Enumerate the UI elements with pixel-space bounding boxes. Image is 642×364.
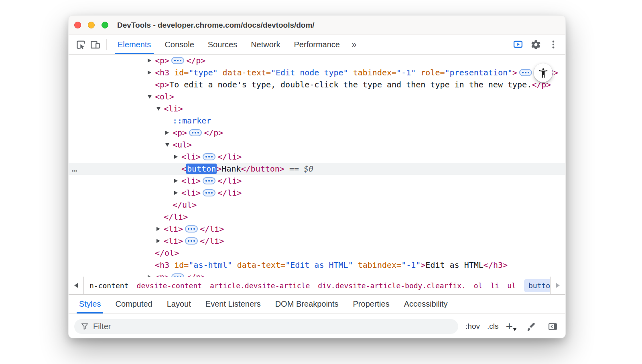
breadcrumb-item-n-content[interactable]: n-content [89, 281, 129, 290]
inline-expand-button[interactable] [171, 273, 184, 277]
settings-button[interactable] [528, 37, 543, 52]
dom-tree-row[interactable]: <p>To edit a node's type, double-click t… [69, 79, 565, 91]
expand-arrow-icon[interactable] [148, 55, 155, 67]
dom-tree-row[interactable]: <p></p> [69, 127, 565, 139]
tab-network[interactable]: Network [244, 35, 287, 54]
hov-toggle[interactable]: :hov [465, 322, 480, 331]
tab-performance[interactable]: Performance [287, 35, 347, 54]
breadcrumb-item-div-devsite-article-body-clearfix[interactable]: div.devsite-article-body.clearfix. [318, 281, 465, 290]
dom-tree-row[interactable]: </ol> [69, 247, 565, 259]
tab-layout[interactable]: Layout [160, 295, 198, 313]
arrow-triangle [165, 131, 169, 135]
device-toolbar-button[interactable] [88, 37, 102, 52]
dom-tree-row[interactable]: <li> [69, 103, 565, 115]
tab-computed[interactable]: Computed [108, 295, 159, 313]
inline-expand-button[interactable] [203, 153, 215, 160]
brush-button[interactable] [524, 319, 538, 334]
pill-dot [188, 228, 189, 230]
new-style-rule-button[interactable]: + [506, 320, 516, 332]
dom-tree-row[interactable]: <ol> [69, 91, 565, 103]
more-tabs-button[interactable]: » [347, 39, 362, 50]
expand-arrow-icon[interactable] [165, 127, 173, 139]
code-tag: </li> [164, 212, 188, 222]
tab-elements[interactable]: Elements [111, 35, 158, 54]
dom-tree-row[interactable]: ::marker [69, 115, 565, 127]
code-tag: > [512, 68, 517, 77]
inline-expand-button[interactable] [203, 189, 215, 196]
dom-tree-row[interactable]: <h3 id="as-html" data-text="Edit as HTML… [69, 259, 565, 271]
styles-filter-bar: Filter :hov .cls + [69, 314, 565, 338]
code-tag: > [217, 164, 221, 174]
breadcrumb-scroll-left-button[interactable] [69, 277, 84, 294]
code-val: "-1" [396, 68, 416, 77]
filter-placeholder: Filter [93, 322, 111, 331]
pill-dot [205, 180, 207, 182]
code-tag: <h3 [155, 260, 169, 270]
collapse-arrow-icon[interactable] [156, 103, 164, 115]
inspect-element-button[interactable] [73, 37, 88, 52]
expand-arrow-icon[interactable] [148, 67, 155, 79]
code-tag: < [181, 164, 186, 174]
breadcrumb-item-devsite-content[interactable]: devsite-content [137, 281, 202, 290]
dom-tree-row[interactable]: </li> [69, 211, 565, 223]
dom-tree-row[interactable]: <li></li> [69, 223, 565, 235]
breadcrumb-item-ul[interactable]: ul [507, 281, 516, 290]
code-tag: </ol> [155, 248, 179, 258]
breadcrumb-scroll-right-button[interactable] [550, 277, 565, 294]
dom-tree-row[interactable]: <h3 id="type" data-text="Edit node type"… [69, 67, 565, 79]
pill-dot [522, 72, 524, 73]
tab-dom-breakpoints[interactable]: DOM Breakpoints [268, 295, 346, 313]
dom-tree-row[interactable]: <p></p> [69, 271, 565, 277]
breadcrumb-item-li[interactable]: li [491, 281, 500, 290]
inline-expand-button[interactable] [185, 237, 198, 245]
styles-filter-input[interactable]: Filter [74, 319, 458, 334]
expand-arrow-icon[interactable] [156, 235, 164, 247]
screencast-button[interactable] [511, 37, 525, 52]
tab-accessibility[interactable]: Accessibility [397, 295, 455, 313]
dom-tree-row[interactable]: <li></li> [69, 235, 565, 247]
tab-styles[interactable]: Styles [72, 295, 108, 313]
inline-expand-button[interactable] [189, 129, 202, 136]
inline-expand-button[interactable] [171, 57, 184, 64]
close-window-button[interactable] [74, 22, 81, 28]
inline-expand-button[interactable] [185, 225, 198, 233]
expand-arrow-icon[interactable] [174, 151, 181, 163]
minimize-window-button[interactable] [88, 22, 95, 28]
dom-tree-row[interactable]: <li></li> [69, 151, 565, 163]
collapse-arrow-icon[interactable] [165, 139, 173, 151]
tab-event-listeners[interactable]: Event Listeners [198, 295, 268, 313]
code-attr: data-text= [232, 260, 285, 270]
expand-arrow-icon[interactable] [156, 223, 164, 235]
expand-arrow-icon[interactable] [148, 271, 155, 277]
accessibility-indicator [534, 63, 553, 82]
expand-arrow-icon[interactable] [174, 187, 181, 199]
more-menu-button[interactable] [546, 37, 561, 52]
dom-tree-row[interactable]: </ul> [69, 199, 565, 211]
collapse-arrow-icon[interactable] [148, 91, 155, 103]
breadcrumb-item-ol[interactable]: ol [474, 281, 483, 290]
tab-sources[interactable]: Sources [201, 35, 244, 54]
dom-tree-row[interactable]: <li></li> [69, 187, 565, 199]
expand-arrow-icon[interactable] [174, 175, 181, 187]
code-text: Hank [221, 164, 241, 174]
row-overflow-menu[interactable]: … [72, 163, 77, 175]
breadcrumb-item-button[interactable]: button [524, 279, 550, 292]
dom-tree-row[interactable]: <ul> [69, 139, 565, 151]
toolbar-right [511, 37, 561, 52]
pill-dot [192, 132, 193, 133]
toggle-sidebar-button[interactable] [545, 319, 560, 334]
inline-expand-button[interactable] [519, 69, 532, 76]
dom-tree-row[interactable]: <li></li> [69, 175, 565, 187]
inline-expand-button[interactable] [203, 177, 215, 184]
code-val: "Edit as HTML" [285, 260, 353, 270]
tab-console[interactable]: Console [158, 35, 201, 54]
breadcrumb-item-article-devsite-article[interactable]: article.devsite-article [210, 281, 310, 290]
dom-tree-row[interactable]: …<button>Hank</button> == $0 [69, 163, 565, 175]
cls-toggle[interactable]: .cls [487, 322, 499, 331]
code-tag: </li> [217, 152, 242, 162]
code-val: "type" [189, 68, 217, 77]
pill-dot [211, 180, 213, 182]
dom-tree-row[interactable]: <p></p> [69, 55, 565, 67]
tab-properties[interactable]: Properties [346, 295, 397, 313]
zoom-window-button[interactable] [102, 22, 108, 28]
